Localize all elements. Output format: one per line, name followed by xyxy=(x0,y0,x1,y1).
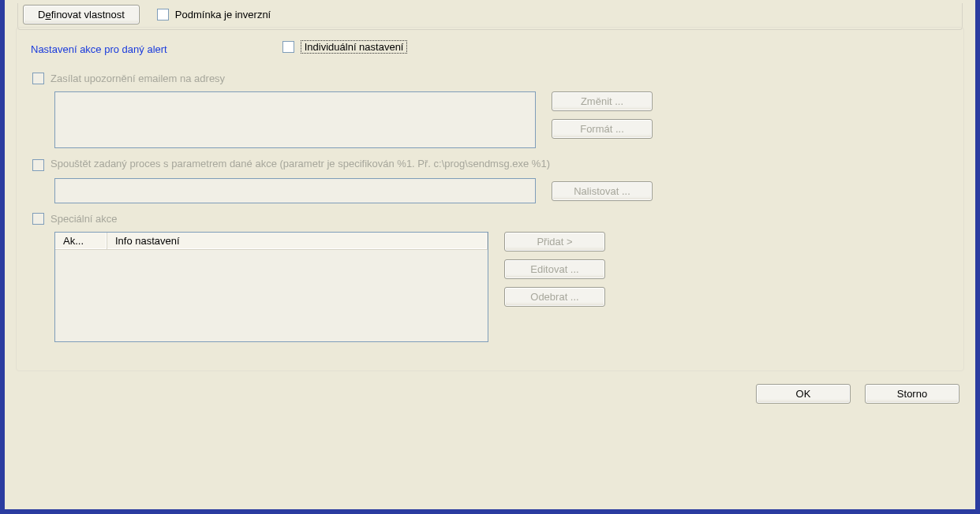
cancel-button[interactable]: Storno xyxy=(865,384,959,404)
process-checkbox-label: Spouštět zadaný proces s parametrem dané… xyxy=(50,158,550,169)
invert-condition-checkbox[interactable]: Podmínka je inverzní xyxy=(157,9,271,20)
browse-button[interactable]: Nalistovat ... xyxy=(552,181,653,201)
checkbox-icon xyxy=(282,41,294,53)
list-header: Ak... Info nastavení xyxy=(55,233,488,250)
individual-settings-label: Individuální nastavení xyxy=(301,40,408,54)
checkbox-icon xyxy=(32,213,44,225)
dialog-panel: Definovat vlastnost Podmínka je inverzní… xyxy=(5,0,975,509)
remove-button[interactable]: Odebrat ... xyxy=(504,287,605,307)
list-column-action[interactable]: Ak... xyxy=(55,233,107,249)
email-addresses-textarea[interactable] xyxy=(54,91,536,148)
checkbox-icon xyxy=(32,159,44,171)
email-checkbox-label: Zasílat upozornění emailem na adresy xyxy=(50,73,225,84)
process-path-input[interactable] xyxy=(54,178,536,203)
special-actions-section: Speciální akce Ak... Info nastavení Přid… xyxy=(28,213,952,342)
action-settings-group: Nastavení akce pro daný alert Individuál… xyxy=(16,27,964,371)
edit-button[interactable]: Editovat ... xyxy=(504,259,605,279)
group-title: Nastavení akce pro daný alert xyxy=(31,43,167,55)
special-actions-list[interactable]: Ak... Info nastavení xyxy=(54,232,488,342)
email-section: Zasílat upozornění emailem na adresy Změ… xyxy=(28,73,952,148)
individual-settings-checkbox[interactable]: Individuální nastavení xyxy=(278,40,413,54)
window-frame: Definovat vlastnost Podmínka je inverzní… xyxy=(0,0,980,514)
email-checkbox[interactable]: Zasílat upozornění emailem na adresy xyxy=(32,73,225,84)
define-property-button[interactable]: Definovat vlastnost xyxy=(23,5,140,24)
checkbox-icon xyxy=(32,73,44,84)
special-checkbox-label: Speciální akce xyxy=(50,213,118,225)
list-column-info[interactable]: Info nastavení xyxy=(107,233,488,249)
define-button-pre: D xyxy=(38,9,45,20)
process-checkbox[interactable]: Spouštět zadaný proces s parametrem dané… xyxy=(32,158,550,171)
checkbox-icon xyxy=(157,9,169,20)
dialog-footer: OK Storno xyxy=(16,371,964,404)
change-button[interactable]: Změnit ... xyxy=(552,91,653,111)
upper-group: Definovat vlastnost Podmínka je inverzní xyxy=(17,3,963,30)
define-button-post: finovat vlastnost xyxy=(51,9,125,20)
process-section: Spouštět zadaný proces s parametrem dané… xyxy=(28,158,952,203)
format-button[interactable]: Formát ... xyxy=(552,119,653,139)
special-checkbox[interactable]: Speciální akce xyxy=(32,213,118,225)
ok-button[interactable]: OK xyxy=(756,384,851,404)
invert-condition-label: Podmínka je inverzní xyxy=(175,9,271,20)
add-button[interactable]: Přidat > xyxy=(504,232,605,251)
define-button-underline: e xyxy=(45,9,50,20)
